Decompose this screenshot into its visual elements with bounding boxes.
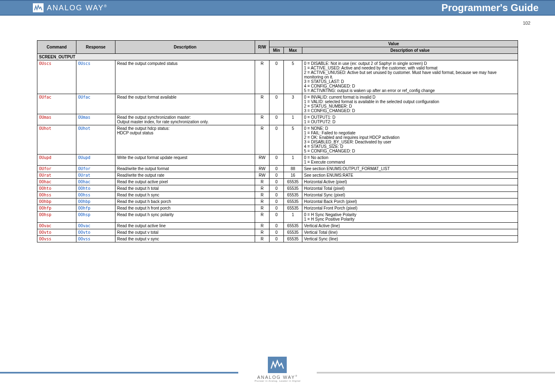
cell-vdesc: Horizontal Active (pixel) (302, 179, 518, 185)
cell-rsp: OUscs (76, 60, 115, 94)
cell-cmd: OUmas (37, 114, 76, 125)
cell-desc: Read the output hdcp status: HDCP output… (115, 125, 255, 154)
cell-rw: RW (255, 166, 269, 172)
cell-max: 16 (284, 172, 302, 179)
cell-desc: Read the output format available (115, 94, 255, 114)
table-row: OUratOUratRead/write the output rateRW01… (37, 172, 518, 179)
cell-rsp: OOvto (76, 229, 115, 236)
cell-vdesc: 0 = H Sync Negative Polarity 1 = H Sync … (302, 212, 518, 223)
cell-min: 0 (269, 185, 284, 192)
header-bar: ANALOG WAY® Programmer's Guide (0, 0, 555, 16)
cell-vdesc: Horizontal Back Porch (pixel) (302, 198, 518, 205)
cell-rsp: OUrat (76, 172, 115, 179)
cell-desc: Read the output h total (115, 185, 255, 192)
cell-vdesc: See section ENUMS:RATE (302, 172, 518, 179)
cell-min: 0 (269, 192, 284, 198)
cell-cmd: OOhss (37, 192, 76, 198)
cell-vdesc: Horizontal Total (pixel) (302, 185, 518, 192)
brand-name: ANALOG WAY® (47, 4, 108, 12)
cell-cmd: OUupd (37, 154, 76, 166)
cell-rw: R (255, 94, 269, 114)
cell-min: 0 (269, 212, 284, 223)
cell-rsp: OUupd (76, 154, 115, 166)
cell-vdesc: See section ENUMS:OUTPUT_FORMAT_LIST (302, 166, 518, 172)
table-row: OUmasOUmasRead the output synchronizatio… (37, 114, 518, 125)
cell-min: 0 (269, 154, 284, 166)
cell-desc: Read the output synchronization master: … (115, 114, 255, 125)
cell-rw: R (255, 198, 269, 205)
table-row: OUfacOUfacRead the output format availab… (37, 94, 518, 114)
cell-rsp: OOhac (76, 179, 115, 185)
cell-min: 0 (269, 94, 284, 114)
cell-desc: Read/write the output format (115, 166, 255, 172)
cell-rsp: OUfac (76, 94, 115, 114)
page-number: 102 (523, 21, 530, 25)
th-command: Command (37, 41, 76, 54)
cell-rw: R (255, 125, 269, 154)
cell-max: 65535 (284, 185, 302, 192)
cell-vdesc: Vertical Sync (line) (302, 236, 518, 242)
cell-rsp: OOhfp (76, 205, 115, 212)
cell-desc: Read/write the output rate (115, 172, 255, 179)
cell-cmd: OOhto (37, 185, 76, 192)
cell-rw: R (255, 60, 269, 94)
cell-min: 0 (269, 172, 284, 179)
cell-max: 65535 (284, 236, 302, 242)
cell-max: 3 (284, 94, 302, 114)
cell-min: 0 (269, 179, 284, 185)
cell-rw: R (255, 114, 269, 125)
cell-desc: Write the output format update request (115, 154, 255, 166)
cell-desc: Read the output h sync (115, 192, 255, 198)
footer-logo: ANALOG WAY® Pioneer in Analog, Leader in… (250, 357, 306, 382)
th-value: Value (269, 41, 518, 47)
th-response: Response (76, 41, 115, 54)
brand-icon (33, 3, 44, 12)
cell-rw: R (255, 179, 269, 185)
cell-rw: RW (255, 154, 269, 166)
footer-brand-name: ANALOG WAY® (255, 375, 301, 380)
cell-cmd: OOhfp (37, 205, 76, 212)
cell-vdesc: 0 = NONE: D 1 = FAIL: Failed to negotiat… (302, 125, 518, 154)
cell-cmd: OOhbp (37, 198, 76, 205)
cell-cmd: OUscs (37, 60, 76, 94)
cell-rsp: OUfor (76, 166, 115, 172)
cell-rsp: OOhsp (76, 212, 115, 223)
document-title: Programmer's Guide (442, 2, 539, 14)
cell-desc: Read the output active pixel (115, 179, 255, 185)
cell-rsp: OUmas (76, 114, 115, 125)
cell-cmd: OOhsp (37, 212, 76, 223)
cell-max: 65535 (284, 198, 302, 205)
cell-rsp: OOhto (76, 185, 115, 192)
cell-max: 1 (284, 114, 302, 125)
cell-rsp: OOhss (76, 192, 115, 198)
cell-max: 65535 (284, 223, 302, 229)
cell-cmd: OOvac (37, 223, 76, 229)
cell-cmd: OUfac (37, 94, 76, 114)
cell-rsp: OOhbp (76, 198, 115, 205)
cell-min: 0 (269, 198, 284, 205)
cell-rw: RW (255, 172, 269, 179)
cell-vdesc: 0 = DISABLE: Not in use (ex: output 2 of… (302, 60, 518, 94)
cell-vdesc: Horizontal Sync (pixel) (302, 192, 518, 198)
cell-cmd: OUhot (37, 125, 76, 154)
cell-rw: R (255, 223, 269, 229)
cell-min: 0 (269, 125, 284, 154)
footer-accent-right (317, 372, 555, 374)
cell-max: 5 (284, 125, 302, 154)
cell-vdesc: 0 = INVALID: current format is invalid D… (302, 94, 518, 114)
cell-rw: R (255, 212, 269, 223)
cell-min: 0 (269, 60, 284, 94)
cell-max: 65535 (284, 229, 302, 236)
cell-cmd: OOvto (37, 229, 76, 236)
table-row: OOhspOOhspRead the output h sync polarit… (37, 212, 518, 223)
group-label: SCREEN_OUTPUT (37, 54, 518, 60)
cell-vdesc: Horizontal Front Porch (pixel) (302, 205, 518, 212)
cell-rw: R (255, 192, 269, 198)
cell-max: 65535 (284, 192, 302, 198)
cell-desc: Read the output computed status (115, 60, 255, 94)
group-row: SCREEN_OUTPUT (37, 54, 518, 60)
table-row: OUupdOUupdWrite the output format update… (37, 154, 518, 166)
cell-rsp: OUhot (76, 125, 115, 154)
th-description: Description (115, 41, 255, 54)
table-row: OOhssOOhssRead the output h syncR065535H… (37, 192, 518, 198)
